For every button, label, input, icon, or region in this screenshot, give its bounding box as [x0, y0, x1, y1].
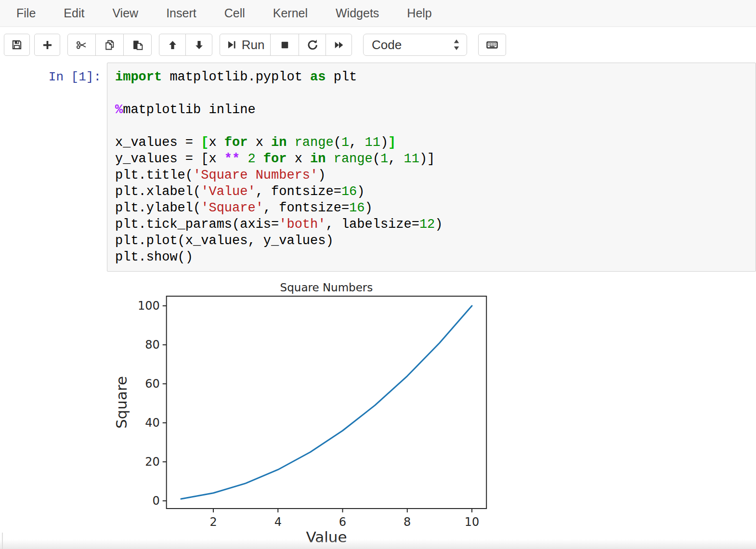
svg-text:Square Numbers: Square Numbers	[280, 281, 373, 294]
code-editor[interactable]: import matplotlib.pyplot as plt %matplot…	[107, 63, 756, 272]
move-button-group	[159, 34, 212, 56]
svg-text:0: 0	[152, 494, 159, 508]
output-plot: 246810020406080100Square NumbersValueSqu…	[114, 277, 504, 547]
restart-run-all-button[interactable]	[326, 34, 352, 56]
svg-text:100: 100	[138, 299, 160, 313]
fast-forward-icon	[333, 39, 345, 51]
menu-cell[interactable]: Cell	[224, 6, 245, 20]
keyboard-icon	[485, 38, 499, 52]
svg-text:Square: Square	[114, 376, 130, 429]
command-palette-button[interactable]	[478, 34, 506, 56]
interrupt-kernel-button[interactable]	[270, 34, 299, 56]
cell-type-select[interactable]: Code	[363, 34, 467, 56]
code-line: plt.show()	[115, 249, 752, 265]
code-line: plt.xlabel('Value', fontsize=16)	[115, 183, 752, 200]
move-cell-down-button[interactable]	[185, 34, 212, 56]
input-prompt: In [1]:	[0, 63, 107, 272]
cell-output-area: 246810020406080100Square NumbersValueSqu…	[114, 277, 504, 549]
menu-kernel[interactable]: Kernel	[273, 6, 308, 20]
cell-type-value: Code	[372, 38, 402, 52]
svg-text:2: 2	[209, 515, 217, 529]
add-cell-button[interactable]	[34, 34, 60, 56]
svg-text:80: 80	[145, 338, 160, 352]
code-line: %matplotlib inline	[115, 102, 752, 118]
cut-button[interactable]	[67, 34, 96, 56]
menu-view[interactable]: View	[112, 6, 138, 20]
stop-icon	[279, 39, 291, 51]
svg-text:4: 4	[274, 515, 282, 529]
code-line	[115, 118, 752, 134]
notebook-page: File Edit View Insert Cell Kernel Widget…	[0, 0, 756, 549]
save-icon	[11, 39, 23, 51]
restart-icon	[306, 39, 319, 51]
svg-text:20: 20	[145, 455, 160, 469]
menu-edit[interactable]: Edit	[64, 6, 84, 20]
svg-text:60: 60	[145, 377, 160, 391]
move-down-icon	[193, 39, 205, 51]
code-line: x_values = [x for x in range(1, 11)]	[115, 134, 752, 151]
code-line: plt.tick_params(axis='both', labelsize=1…	[115, 216, 752, 233]
cell-input-area: In [1]: import matplotlib.pyplot as plt …	[0, 63, 756, 272]
svg-text:40: 40	[145, 416, 160, 430]
restart-kernel-button[interactable]	[299, 34, 326, 56]
save-button[interactable]	[4, 34, 30, 56]
step-forward-icon	[226, 39, 237, 51]
paste-button[interactable]	[123, 34, 152, 56]
page-bottom-fade	[0, 539, 756, 549]
svg-text:10: 10	[465, 515, 480, 529]
copy-icon	[103, 39, 116, 52]
code-line: plt.ylabel('Square', fontsize=16)	[115, 200, 752, 216]
svg-text:6: 6	[339, 515, 346, 529]
code-line: y_values = [x ** 2 for x in range(1, 11)…	[115, 151, 752, 167]
code-line	[115, 85, 752, 102]
paste-icon	[131, 39, 144, 52]
toolbar: Run Code	[0, 27, 756, 62]
svg-text:8: 8	[404, 515, 411, 529]
edit-button-group	[67, 34, 152, 56]
code-line: plt.title('Square Numbers')	[115, 167, 752, 183]
copy-button[interactable]	[95, 34, 124, 56]
add-cell-icon	[41, 39, 53, 51]
menu-insert[interactable]: Insert	[166, 6, 196, 20]
menu-widgets[interactable]: Widgets	[336, 6, 379, 20]
move-up-icon	[167, 39, 179, 51]
code-line: import matplotlib.pyplot as plt	[115, 69, 752, 85]
code-line: plt.plot(x_values, y_values)	[115, 233, 752, 249]
cut-icon	[75, 39, 88, 52]
run-button-label: Run	[242, 38, 265, 52]
menu-file[interactable]: File	[16, 6, 36, 20]
run-button-group: Run	[220, 34, 352, 56]
move-cell-up-button[interactable]	[159, 34, 186, 56]
run-button[interactable]: Run	[220, 34, 271, 56]
menu-help[interactable]: Help	[407, 6, 431, 20]
dropdown-arrows-icon	[453, 38, 460, 52]
code-cell: In [1]: import matplotlib.pyplot as plt …	[0, 63, 756, 272]
menu-bar: File Edit View Insert Cell Kernel Widget…	[0, 0, 756, 27]
